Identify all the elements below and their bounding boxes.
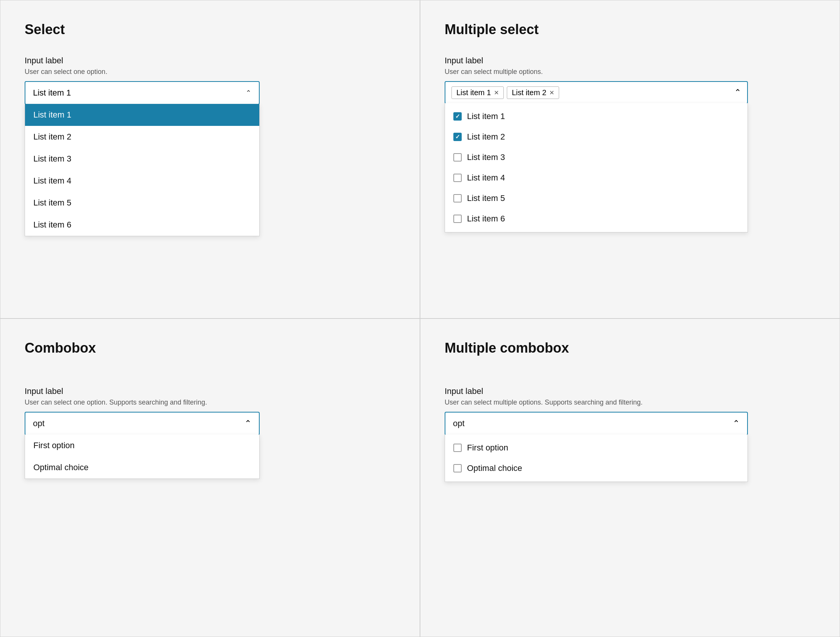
multi-combobox-item-1[interactable]: First option (445, 438, 747, 458)
checkbox-5[interactable] (453, 194, 462, 202)
checkbox-4[interactable] (453, 174, 462, 182)
checkbox-1[interactable] (453, 112, 462, 120)
dropdown-item-2[interactable]: List item 2 (25, 126, 259, 148)
multi-item-6[interactable]: List item 6 (445, 209, 747, 229)
multi-item-4[interactable]: List item 4 (445, 168, 747, 188)
multi-item-4-label: List item 4 (467, 173, 505, 183)
multi-combobox-value: opt (453, 419, 465, 428)
tag-2[interactable]: List item 2 ✕ (507, 87, 559, 99)
multi-item-6-label: List item 6 (467, 214, 505, 224)
multiple-combobox-panel: Multiple combobox Input label User can s… (420, 318, 840, 637)
tag-2-close[interactable]: ✕ (549, 89, 554, 96)
multi-item-1-label: List item 1 (467, 111, 505, 121)
multi-item-2-label: List item 2 (467, 132, 505, 142)
multi-chevron-up-icon: ⌃ (734, 88, 741, 98)
select-value: List item 1 (33, 88, 71, 98)
combobox-input-label: Input label (25, 386, 395, 396)
select-input[interactable]: List item 1 ⌃ (25, 81, 260, 105)
select-input-label: Input label (25, 56, 395, 66)
select-wrapper[interactable]: List item 1 ⌃ List item 1 List item 2 Li… (25, 81, 260, 105)
select-title: Select (25, 22, 395, 38)
checkbox-2[interactable] (453, 133, 462, 141)
combobox-item-2[interactable]: Optimal choice (25, 457, 259, 479)
tag-1[interactable]: List item 1 ✕ (452, 87, 504, 99)
checkbox-6[interactable] (453, 215, 462, 223)
dropdown-item-4[interactable]: List item 4 (25, 170, 259, 192)
combobox-panel: Combobox Input label User can select one… (0, 318, 420, 637)
multi-combobox-item-2-label: Optimal choice (467, 463, 523, 473)
tag-1-close[interactable]: ✕ (494, 89, 499, 96)
chevron-up-icon: ⌃ (246, 89, 251, 97)
multiple-combobox-hint: User can select multiple options. Suppor… (445, 398, 815, 406)
combobox-item-1[interactable]: First option (25, 435, 259, 457)
combobox-dropdown: First option Optimal choice (25, 435, 260, 479)
multi-item-3-label: List item 3 (467, 152, 505, 162)
combobox-chevron-up-icon: ⌃ (245, 419, 251, 428)
dropdown-item-5[interactable]: List item 5 (25, 192, 259, 214)
multiple-select-panel: Multiple select Input label User can sel… (420, 0, 840, 318)
multiple-combobox-title: Multiple combobox (445, 340, 815, 356)
multi-combobox-checkbox-1[interactable] (453, 444, 462, 452)
tag-1-label: List item 1 (456, 89, 491, 97)
dropdown-item-6[interactable]: List item 6 (25, 214, 259, 236)
multi-combobox-checkbox-2[interactable] (453, 464, 462, 473)
multi-item-5-label: List item 5 (467, 193, 505, 203)
tags-container: List item 1 ✕ List item 2 ✕ (452, 87, 559, 99)
dropdown-item-3[interactable]: List item 3 (25, 148, 259, 170)
multi-item-2[interactable]: List item 2 (445, 126, 747, 147)
multi-combobox-input[interactable]: opt ⌃ (445, 412, 748, 435)
dropdown-item-1[interactable]: List item 1 (25, 104, 259, 126)
combobox-hint: User can select one option. Supports sea… (25, 398, 395, 406)
main-grid: Select Input label User can select one o… (0, 0, 840, 637)
multi-combobox-item-1-label: First option (467, 443, 508, 453)
multiple-combobox-input-label: Input label (445, 386, 815, 396)
multi-item-1[interactable]: List item 1 (445, 106, 747, 126)
combobox-title: Combobox (25, 340, 395, 356)
combobox-value: opt (33, 419, 45, 428)
multi-select-wrapper[interactable]: List item 1 ✕ List item 2 ✕ ⌃ List item … (445, 81, 748, 104)
multiple-select-input-label: Input label (445, 56, 815, 66)
select-hint: User can select one option. (25, 68, 395, 76)
multi-combobox-chevron-up-icon: ⌃ (733, 419, 739, 428)
combobox-input[interactable]: opt ⌃ (25, 412, 260, 435)
multi-select-dropdown: List item 1 List item 2 List item 3 List… (445, 103, 748, 232)
multi-combobox-item-2[interactable]: Optimal choice (445, 458, 747, 479)
multi-select-input[interactable]: List item 1 ✕ List item 2 ✕ ⌃ (445, 81, 748, 104)
multi-item-5[interactable]: List item 5 (445, 188, 747, 209)
combobox-wrapper[interactable]: opt ⌃ First option Optimal choice (25, 412, 260, 435)
select-panel: Select Input label User can select one o… (0, 0, 420, 318)
multi-combobox-wrapper[interactable]: opt ⌃ First option Optimal choice (445, 412, 748, 435)
multiple-select-title: Multiple select (445, 22, 815, 38)
multi-combobox-dropdown: First option Optimal choice (445, 435, 748, 482)
tag-2-label: List item 2 (512, 89, 546, 97)
multiple-select-hint: User can select multiple options. (445, 68, 815, 76)
checkbox-3[interactable] (453, 153, 462, 161)
multi-item-3[interactable]: List item 3 (445, 147, 747, 168)
select-dropdown: List item 1 List item 2 List item 3 List… (25, 104, 260, 236)
